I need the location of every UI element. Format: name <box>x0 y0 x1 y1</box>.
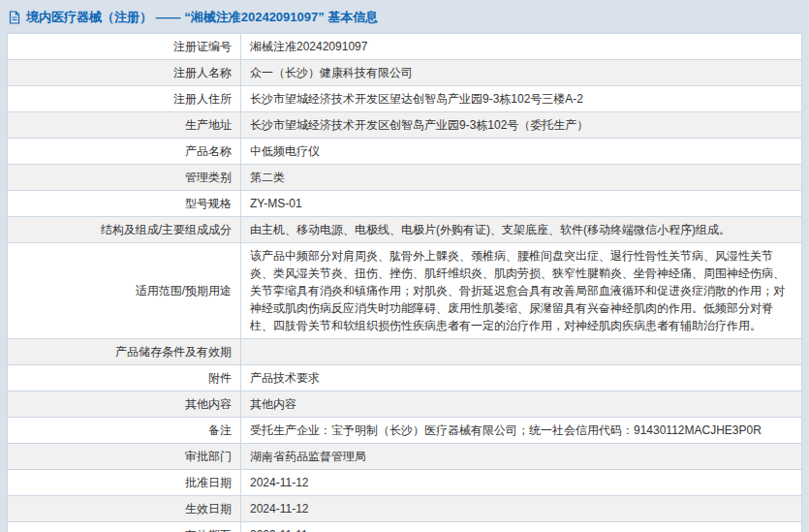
table-row: 型号规格 ZY-MS-01 <box>8 191 802 217</box>
row-label: 备注 <box>8 418 241 444</box>
row-value: 湖南省药品监督管理局 <box>241 444 802 470</box>
row-value: 长沙市望城经济技术开发区望达创智岛产业园9-3栋102号三楼A-2 <box>241 86 802 112</box>
page-title-text: 境内医疗器械（注册） —— “湘械注准20242091097” 基本信息 <box>26 9 378 26</box>
table-row: 批准日期 2024-11-12 <box>8 470 802 496</box>
row-label: 注册人住所 <box>8 86 241 112</box>
table-row: 生产地址 长沙市望城经济技术开发区创智岛产业园9-3栋102号（委托生产） <box>8 112 802 139</box>
row-value: 产品技术要求 <box>241 365 802 391</box>
row-label: 产品名称 <box>8 139 241 165</box>
table-row: 注册人住所 长沙市望城经济技术开发区望达创智岛产业园9-3栋102号三楼A-2 <box>8 86 802 112</box>
table-row: 产品名称 中低频电疗仪 <box>8 139 802 165</box>
row-label: 附件 <box>8 365 241 391</box>
row-value: 由主机、移动电源、电极线、电极片(外购有证)、支架底座、软件(移动终端微信小程序… <box>241 217 802 243</box>
table-row: 备注 受托生产企业：宝予明制（长沙）医疗器械有限公司；统一社会信用代码：9143… <box>8 418 802 444</box>
row-value: 2024-11-12 <box>241 470 802 496</box>
row-value: 2024-11-12 <box>241 496 802 522</box>
row-value: 该产品中频部分对肩周炎、肱骨外上髁炎、颈椎病、腰椎间盘突出症、退行性骨性关节病、… <box>241 243 802 339</box>
table-row: 注册人名称 众一（长沙）健康科技有限公司 <box>8 60 802 86</box>
document-icon <box>8 11 21 24</box>
table-row: 其他内容 其他内容 <box>8 391 802 418</box>
row-label: 管理类别 <box>8 165 241 191</box>
row-value: 其他内容 <box>241 391 802 418</box>
table-row: 审批部门 湖南省药品监督管理局 <box>8 444 802 470</box>
table-row: 生效日期 2024-11-12 <box>8 496 802 522</box>
row-value: 湘械注准20242091097 <box>241 34 802 60</box>
row-label: 产品储存条件及有效期 <box>8 339 241 365</box>
row-value: 长沙市望城经济技术开发区创智岛产业园9-3栋102号（委托生产） <box>241 112 802 139</box>
table-row: 结构及组成/主要组成成分 由主机、移动电源、电极线、电极片(外购有证)、支架底座… <box>8 217 802 243</box>
table-row: 附件 产品技术要求 <box>8 365 802 391</box>
row-label: 结构及组成/主要组成成分 <box>8 217 241 243</box>
row-value: 众一（长沙）健康科技有限公司 <box>241 60 802 86</box>
row-label: 注册证编号 <box>8 34 241 60</box>
row-value: 第二类 <box>241 165 802 191</box>
row-value: 2029-11-11 <box>241 522 802 532</box>
row-value: 中低频电疗仪 <box>241 139 802 165</box>
row-value: ZY-MS-01 <box>241 191 802 217</box>
row-label: 型号规格 <box>8 191 241 217</box>
row-label: 批准日期 <box>8 470 241 496</box>
row-label: 审批部门 <box>8 444 241 470</box>
row-value <box>241 339 802 365</box>
registration-info-table: 注册证编号 湘械注准20242091097 注册人名称 众一（长沙）健康科技有限… <box>7 33 802 532</box>
row-label: 注册人名称 <box>8 60 241 86</box>
table-row: 有效期至 2029-11-11 <box>8 522 802 532</box>
table-row: 产品储存条件及有效期 <box>8 339 802 365</box>
row-value: 受托生产企业：宝予明制（长沙）医疗器械有限公司；统一社会信用代码：9143011… <box>241 418 802 444</box>
row-label: 生效日期 <box>8 496 241 522</box>
row-label: 生产地址 <box>8 112 241 139</box>
row-label: 有效期至 <box>8 522 241 532</box>
table-row: 管理类别 第二类 <box>8 165 802 191</box>
table-row: 注册证编号 湘械注准20242091097 <box>8 34 802 60</box>
row-label: 适用范围/预期用途 <box>8 243 241 339</box>
table-row: 适用范围/预期用途 该产品中频部分对肩周炎、肱骨外上髁炎、颈椎病、腰椎间盘突出症… <box>8 243 802 339</box>
row-label: 其他内容 <box>8 391 241 418</box>
page-title: 境内医疗器械（注册） —— “湘械注准20242091097” 基本信息 <box>0 0 809 33</box>
